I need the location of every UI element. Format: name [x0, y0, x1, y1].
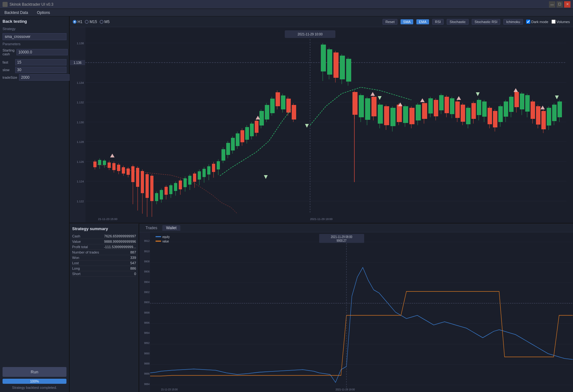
svg-rect-173	[498, 106, 503, 122]
svg-text:1.134: 1.134	[77, 81, 84, 84]
param-row-tradesize: tradeSize	[3, 74, 66, 81]
svg-rect-97	[255, 121, 258, 133]
wallet-area: Trades Wallet 9912 9910 9908 9906	[139, 224, 573, 392]
svg-text:9888: 9888	[144, 362, 150, 365]
svg-rect-1	[70, 27, 85, 222]
svg-rect-193	[552, 105, 557, 121]
minimize-button[interactable]: —	[549, 1, 555, 8]
svg-text:equity: equity	[162, 236, 170, 239]
param-input-slow[interactable]	[15, 67, 66, 73]
main-layout: Back testing Strategy sma_crossover Para…	[0, 16, 573, 392]
param-group: fast slow tradeSize	[3, 59, 66, 81]
svg-rect-105	[276, 92, 280, 106]
titlebar-controls[interactable]: — ☐ ✕	[549, 1, 570, 8]
m15-label: M15	[90, 20, 97, 24]
summary-val-lost: 547	[130, 261, 136, 265]
ema-button[interactable]: EMA	[416, 19, 429, 24]
svg-rect-237	[156, 241, 161, 242]
summary-row-cash: Cash 7626.659999999997	[72, 234, 136, 239]
svg-rect-73	[198, 171, 201, 180]
wallet-chart[interactable]: 9912 9910 9908 9906 9904 9902 9900 9898 …	[139, 232, 573, 392]
svg-text:9894: 9894	[144, 331, 150, 335]
ichimoku-button[interactable]: Ichimoku	[503, 19, 523, 25]
close-button[interactable]: ✕	[564, 1, 570, 8]
svg-rect-77	[207, 166, 210, 175]
svg-rect-113	[321, 45, 326, 71]
summary-key-short: Short	[72, 272, 80, 276]
svg-rect-55	[155, 193, 158, 201]
svg-text:9908: 9908	[144, 260, 150, 263]
svg-rect-83	[221, 149, 225, 161]
svg-rect-139	[403, 106, 408, 123]
param-label-fast: fast	[3, 60, 13, 64]
summary-row-short: Short 0	[72, 271, 136, 277]
svg-text:1.132: 1.132	[77, 101, 84, 104]
param-input-tradesize[interactable]	[19, 74, 70, 81]
svg-text:9890: 9890	[144, 352, 150, 355]
h1-label: H1	[78, 20, 82, 24]
reset-button[interactable]: Reset	[383, 19, 397, 25]
strategy-select[interactable]: sma_crossover	[3, 33, 66, 40]
timeframe-m5[interactable]: M5	[100, 20, 110, 24]
svg-rect-141	[409, 108, 414, 124]
dark-mode-checkbox-label[interactable]: Dark mode	[526, 20, 548, 24]
restore-button[interactable]: ☐	[557, 1, 563, 8]
menu-options[interactable]: Options	[35, 10, 52, 15]
svg-text:9898: 9898	[144, 311, 150, 314]
svg-rect-129	[371, 97, 377, 116]
svg-rect-79	[212, 164, 215, 172]
svg-rect-47	[136, 168, 139, 187]
svg-rect-161	[466, 108, 470, 124]
stochastic-button[interactable]: Stochastic	[447, 19, 469, 25]
summary-row-long: Long 886	[72, 266, 136, 271]
timeframe-m15[interactable]: M15	[85, 20, 97, 24]
svg-rect-135	[390, 108, 395, 126]
svg-text:9906: 9906	[144, 270, 150, 273]
volumes-checkbox[interactable]	[551, 20, 556, 24]
svg-rect-169	[488, 108, 492, 124]
stochastic-rsi-button[interactable]: Stochastic RSI	[472, 19, 500, 25]
svg-text:9902: 9902	[144, 290, 150, 294]
dark-mode-checkbox[interactable]	[526, 20, 530, 24]
timeframe-h1[interactable]: H1	[73, 20, 82, 24]
param-input-fast[interactable]	[15, 59, 66, 65]
svg-rect-123	[352, 92, 358, 115]
svg-rect-67	[184, 178, 187, 187]
svg-rect-37	[112, 163, 115, 170]
svg-rect-175	[504, 101, 508, 117]
chart-top: H1 M15 M5 Reset SMA EMA RSI Stochas	[70, 16, 573, 224]
summary-val-short: 0	[134, 272, 136, 276]
svg-rect-29	[93, 162, 97, 167]
tab-trades[interactable]: Trades	[142, 225, 161, 231]
svg-rect-39	[117, 165, 120, 171]
svg-text:1.122: 1.122	[77, 200, 84, 203]
summary-key-cash: Cash	[72, 234, 80, 238]
svg-rect-115	[327, 49, 332, 75]
sma-button[interactable]: SMA	[401, 19, 413, 24]
svg-rect-93	[245, 127, 249, 140]
summary-val-won: 339	[130, 256, 136, 260]
svg-rect-49	[141, 171, 144, 193]
svg-rect-155	[450, 98, 454, 114]
tab-wallet[interactable]: Wallet	[162, 225, 180, 231]
svg-rect-191	[547, 108, 551, 126]
svg-text:9900: 9900	[144, 301, 150, 304]
summary-key-profit: Profit total	[72, 245, 88, 249]
svg-rect-181	[520, 94, 524, 109]
volumes-checkbox-label[interactable]: Volumes	[551, 20, 570, 24]
run-button[interactable]: Run	[3, 367, 66, 377]
starting-cash-input[interactable]	[16, 49, 68, 55]
backtesting-title: Back testing	[3, 19, 66, 24]
svg-rect-69	[188, 176, 191, 185]
h1-radio-circle	[73, 20, 77, 24]
left-panel: Back testing Strategy sma_crossover Para…	[0, 16, 70, 392]
candlestick-area[interactable]: 1.138 1.136 1.134 1.132 1.130 1.128 1.12…	[70, 27, 573, 222]
svg-rect-117	[333, 52, 339, 78]
menu-backtest-data[interactable]: Backtest Data	[3, 10, 30, 15]
rsi-button[interactable]: RSI	[432, 19, 444, 25]
svg-rect-159	[461, 105, 465, 122]
menubar: Backtest Data Options	[0, 9, 573, 16]
svg-text:9910: 9910	[144, 249, 150, 253]
svg-rect-179	[514, 92, 519, 107]
svg-rect-71	[193, 174, 196, 182]
